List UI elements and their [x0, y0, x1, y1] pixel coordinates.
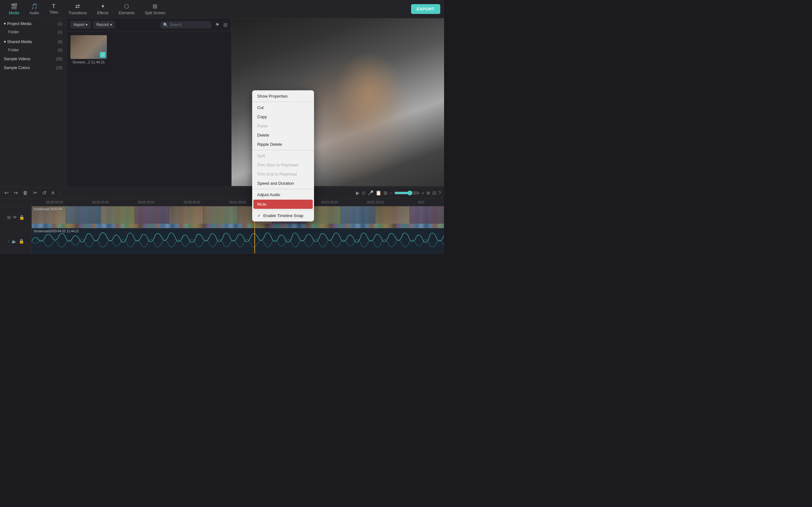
- nav-media[interactable]: 🎬 Media: [4, 1, 24, 17]
- media-item[interactable]: ✓ Screenc...2 11.44.21: [70, 35, 107, 64]
- audio-waveform-track[interactable]: Screencast2020-04-22 11.44.21: [32, 228, 444, 253]
- sidebar: ▾ Project Media (1) Folder (1) ▾ Shared …: [0, 18, 67, 205]
- shared-media-folder[interactable]: Folder (0): [0, 46, 66, 54]
- audio-icon-ctrl[interactable]: ♪: [8, 239, 9, 243]
- trim-end-label: Trim End to Playhead: [257, 172, 297, 176]
- still-2: [66, 206, 100, 224]
- still-12: [410, 206, 444, 224]
- trim-start-label: Trim Start to Playhead: [257, 163, 298, 167]
- menu-copy[interactable]: Copy: [252, 112, 314, 121]
- zoom-out-icon[interactable]: −: [390, 190, 392, 195]
- still-3: [101, 206, 135, 224]
- media-panel: Import ▾ Record ▾ 🔍 ⚑ ⊞ ✓ Screenc...2 11…: [67, 18, 232, 205]
- timeline-toolbar: ↩ ↪ 🗑 ✂ ↺ ≡ ▶ ⊙ 🎤 📋 ⊞ − + ⊕ ⊟ ?: [0, 187, 444, 199]
- shared-folder-count: (0): [58, 48, 62, 52]
- nav-elements[interactable]: ⬡ Elements: [113, 1, 140, 17]
- media-item-label: Screenc...2 11.44.21: [72, 60, 105, 64]
- timeline-ruler: 00:00:00:00 00:00:15:00 00:00:30:01 00:0…: [32, 199, 444, 206]
- sample-colors-label: Sample Colors: [4, 66, 30, 70]
- audio-playhead: [254, 228, 255, 253]
- shared-media-count: (0): [58, 40, 62, 44]
- speaker-icon[interactable]: 🔈: [11, 239, 17, 244]
- zoom-in-icon[interactable]: +: [421, 190, 424, 195]
- grid-view-icon[interactable]: ⊞: [7, 215, 11, 220]
- speed-label: Speed and Duration: [257, 181, 294, 186]
- timeline-section: ↩ ↪ 🗑 ✂ ↺ ≡ ▶ ⊙ 🎤 📋 ⊞ − + ⊕ ⊟ ? 00:00:00…: [0, 187, 444, 285]
- still-4: [135, 206, 169, 224]
- eye-icon[interactable]: 👁: [13, 215, 17, 220]
- nav-transitions[interactable]: ⇄ Transitions: [63, 1, 92, 17]
- titles-icon: T: [52, 3, 55, 9]
- ruler-mark-3: 00:00:45:01: [169, 201, 215, 204]
- nav-elements-label: Elements: [119, 11, 135, 15]
- project-media-header[interactable]: ▾ Project Media (1): [0, 19, 66, 28]
- enable-snap-label: Enable Timeline Snap: [263, 213, 303, 218]
- caption-icon[interactable]: 📋: [375, 190, 382, 196]
- rotate-button[interactable]: ↺: [41, 189, 48, 196]
- fit-icon[interactable]: ⊕: [426, 190, 430, 196]
- waveform-svg: [32, 228, 444, 253]
- audio-lock-icon[interactable]: 🔒: [19, 239, 24, 244]
- filter-icon[interactable]: ⚑: [215, 22, 219, 28]
- import-button[interactable]: Import ▾: [70, 21, 91, 29]
- delete-tl-button[interactable]: 🗑: [21, 189, 29, 196]
- record-button[interactable]: Record ▾: [93, 21, 115, 29]
- undo-button[interactable]: ↩: [3, 189, 10, 196]
- redo-button[interactable]: ↪: [12, 189, 19, 196]
- lock-icon[interactable]: 🔒: [19, 215, 24, 220]
- folder-label: Folder: [8, 30, 19, 34]
- mic-icon[interactable]: 🎤: [368, 190, 374, 196]
- menu-adjust-audio[interactable]: Adjust Audio: [252, 190, 314, 199]
- search-input[interactable]: [170, 22, 209, 27]
- project-media-folder[interactable]: Folder (1): [0, 28, 66, 36]
- shield-icon[interactable]: ⊙: [362, 190, 366, 196]
- audio-track-row: ♪ 🔈 🔒 Screencast2020-04-22 11.44.21: [0, 228, 444, 254]
- menu-speed[interactable]: Speed and Duration: [252, 179, 314, 188]
- nav-effects[interactable]: ✦ Effects: [92, 1, 113, 17]
- sample-videos-count: (20): [56, 57, 62, 61]
- nav-audio[interactable]: 🎵 Audio: [24, 1, 44, 17]
- timeline-right-tools: ▶ ⊙ 🎤 📋 ⊞ − + ⊕ ⊟ ?: [356, 190, 441, 196]
- sample-videos-label: Sample Videos: [4, 57, 31, 61]
- menu-ripple-delete[interactable]: Ripple Delete: [252, 140, 314, 149]
- import-label: Import: [73, 22, 84, 27]
- grid-icon[interactable]: ⊞: [223, 22, 227, 28]
- video-track-filmstrip[interactable]: Screencast 2020-04: [32, 206, 444, 228]
- shared-media-label: ▾ Shared Media: [4, 39, 32, 44]
- nav-titles[interactable]: T Titles: [44, 2, 63, 16]
- menu-cut[interactable]: Cut: [252, 103, 314, 112]
- ruler-mark-1: 00:00:15:00: [78, 201, 123, 204]
- nav-titles-label: Titles: [49, 10, 58, 14]
- grid-tl-icon[interactable]: ⊞: [384, 190, 388, 196]
- nav-splitscreen[interactable]: ⊞ Split Screen: [140, 1, 170, 17]
- ruler-mark-0: 00:00:00:00: [32, 201, 78, 204]
- menu-trim-end: Trim End to Playhead: [252, 170, 314, 179]
- menu-delete[interactable]: Delete: [252, 130, 314, 140]
- menu-trim-start: Trim Start to Playhead: [252, 160, 314, 170]
- shared-media-header[interactable]: ▾ Shared Media (0): [0, 37, 66, 46]
- layout-tl-icon[interactable]: ⊟: [432, 190, 437, 196]
- ruler-mark-8: 00:0: [398, 201, 444, 204]
- play-tl-icon[interactable]: ▶: [356, 190, 360, 196]
- menu-separator-4: [252, 210, 314, 210]
- adjust-button[interactable]: ≡: [50, 189, 55, 196]
- menu-show-properties[interactable]: Show Properties: [252, 92, 314, 101]
- cut-tl-button[interactable]: ✂: [32, 189, 38, 196]
- help-icon[interactable]: ?: [438, 190, 441, 195]
- zoom-slider[interactable]: [394, 190, 420, 195]
- sample-colors-header[interactable]: Sample Colors (15): [0, 63, 66, 72]
- split-label: Split: [257, 153, 265, 158]
- mute-label: Mute: [257, 202, 266, 207]
- sample-colors-count: (15): [56, 66, 62, 70]
- project-media-label: ▾ Project Media: [4, 21, 32, 26]
- top-section: ▾ Project Media (1) Folder (1) ▾ Shared …: [0, 18, 444, 205]
- project-media-count: (1): [58, 21, 62, 26]
- sample-videos-header[interactable]: Sample Videos (20): [0, 55, 66, 63]
- menu-enable-snap[interactable]: ✓ Enable Timeline Snap: [252, 211, 314, 220]
- splitscreen-icon: ⊞: [153, 3, 157, 10]
- menu-mute[interactable]: Mute: [253, 200, 313, 209]
- video-track-controls: ⊞ 👁 🔒: [0, 206, 32, 228]
- export-button[interactable]: EXPORT: [411, 4, 440, 14]
- shared-media-group: ▾ Shared Media (0) Folder (0): [0, 37, 66, 55]
- still-11: [375, 206, 409, 224]
